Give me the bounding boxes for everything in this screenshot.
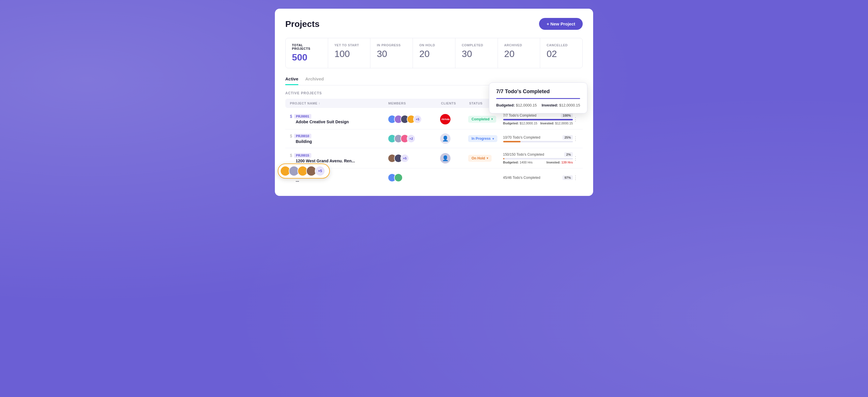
client-cell-1: AirAsia [440, 114, 468, 124]
avatar-count-1: +5 [413, 115, 422, 124]
budgeted-3: Budgeted: 1400 Hrs [503, 161, 533, 164]
project-id-row-2: $ PRJ0010 [290, 134, 388, 138]
stat-yts-label: YET TO START [335, 43, 364, 47]
progress-bar-bg-3 [503, 158, 573, 159]
tab-active[interactable]: Active [285, 77, 298, 85]
tab-archived[interactable]: Archived [305, 77, 324, 85]
th-members: MEMBERS [388, 101, 441, 105]
progress-top-1: 7/7 Todo's Completed 100% [503, 113, 573, 118]
chevron-down-icon: ▾ [491, 118, 493, 121]
progress-cell-2: 10/70 Todo's Completed 25% [503, 135, 573, 142]
avatar-count-popup: +5 [315, 166, 325, 176]
progress-cell-3: 150/150 Todo's Completed 2% Budgeted: 14… [503, 152, 573, 164]
stat-yet-to-start: YET TO START 100 [328, 38, 371, 68]
pct-badge-3: 2% [564, 152, 573, 157]
client-logo-airasia: AirAsia [440, 114, 451, 124]
project-cell-3: $ PRJ0015 1200 West Grand Avenu. Ren... [290, 153, 388, 163]
progress-bar-bg-1 [503, 119, 573, 120]
chevron-down-icon: ▾ [492, 137, 494, 140]
client-cell-3: 👤 [440, 153, 468, 163]
progress-cell-1: 7/7 Todo's Completed 100% Budgeted: $12,… [503, 113, 573, 125]
stat-ip-label: IN PROGRESS [377, 43, 406, 47]
avatar-count-2: +2 [407, 134, 415, 143]
th-project-name: PROJECT NAME ↑ [290, 101, 388, 105]
client-logo-empty: 👤 [440, 133, 451, 144]
stat-ip-value: 30 [377, 49, 406, 59]
header-row: Projects + New Project [285, 18, 583, 30]
table-row: $ PRJ0016 ... 45/46 Todo's Completed 97%… [285, 169, 583, 187]
stat-comp-label: COMPLETED [462, 43, 491, 47]
todos-text-2: 10/70 Todo's Completed [503, 135, 540, 140]
stat-yts-value: 100 [335, 49, 364, 59]
project-name-4: ... [296, 178, 388, 183]
th-clients: CLIENTS [441, 101, 469, 105]
budget-row-1: Budgeted: $12,0000.15 Invested: $12,0000… [503, 122, 573, 125]
status-cell-1: Completed ▾ [468, 116, 503, 123]
progress-top-4: 45/46 Todo's Completed 97% [503, 175, 573, 180]
project-id-badge: PRJ0015 [294, 153, 311, 158]
new-project-button[interactable]: + New Project [539, 18, 583, 30]
todos-text-1: 7/7 Todo's Completed [503, 114, 536, 118]
avatar-count-3: +5 [400, 154, 409, 163]
status-badge-completed[interactable]: Completed ▾ [468, 116, 496, 123]
tooltip-divider [496, 98, 580, 99]
stat-oh-label: ON HOLD [419, 43, 449, 47]
dollar-icon: $ [290, 134, 292, 138]
more-button-3[interactable]: ⋮ [573, 155, 578, 161]
project-id-badge: PRJ0001 [294, 114, 311, 119]
members-cell-1: +5 [388, 115, 440, 124]
stat-arch-label: ARCHIVED [504, 43, 534, 47]
members-cell-4 [388, 173, 440, 182]
more-button-1[interactable]: ⋮ [573, 116, 578, 122]
project-cell-1: $ PRJ0001 Adobe Creative Suit Design [290, 114, 388, 124]
more-button-2[interactable]: ⋮ [573, 135, 578, 142]
chevron-down-icon: ▾ [487, 157, 488, 160]
client-logo-person: 👤 [440, 153, 451, 163]
tooltip-title: 7/7 Todo's Completed [496, 89, 580, 95]
avatar-stack-2: +2 [388, 134, 415, 143]
stat-comp-value: 30 [462, 49, 491, 59]
stat-total-label: TOTAL PROJECTS [292, 43, 321, 50]
project-name-1: Adobe Creative Suit Design [296, 120, 388, 124]
project-id-row-3: $ PRJ0015 [290, 153, 388, 158]
todos-text-4: 45/46 Todo's Completed [503, 176, 540, 180]
progress-top-3: 150/150 Todo's Completed 2% [503, 152, 573, 157]
project-cell-2: $ PRJ0010 Building [290, 134, 388, 144]
tooltip-invested: Invested: $12,0000.15 [541, 103, 580, 108]
stat-in-progress: IN PROGRESS 30 [370, 38, 413, 68]
page-title: Projects [285, 19, 319, 29]
members-cell-3: +5 [388, 154, 440, 163]
stat-cancelled: CANCELLED 02 [540, 38, 582, 68]
dollar-icon: $ [290, 114, 292, 119]
stat-total: TOTAL PROJECTS 500 [286, 38, 328, 68]
project-name-2: Building [296, 139, 388, 144]
pct-badge-2: 25% [562, 135, 573, 140]
invested-3: Invested: 139 Hrs [547, 161, 573, 164]
status-badge-inprogress[interactable]: In Progress ▾ [468, 135, 497, 142]
stat-can-value: 02 [547, 49, 576, 59]
avatar-stack-3: +5 [388, 154, 409, 163]
more-button-4[interactable]: ⋮ [573, 175, 578, 181]
progress-bar-fill-1 [503, 119, 573, 120]
todos-text-3: 150/150 Todo's Completed [503, 152, 544, 157]
stat-arch-value: 20 [504, 49, 534, 59]
progress-cell-4: 45/46 Todo's Completed 97% [503, 175, 573, 180]
avatar [394, 173, 403, 182]
budget-row-3: Budgeted: 1400 Hrs Invested: 139 Hrs [503, 161, 573, 164]
project-name-3: 1200 West Grand Avenu. Ren... [296, 159, 388, 163]
tooltip-popup: 7/7 Todo's Completed Budgeted: $12,0000.… [489, 83, 587, 114]
table-row: $ PRJ0015 1200 West Grand Avenu. Ren... … [285, 148, 583, 169]
progress-bar-fill-2 [503, 141, 521, 142]
members-popup: +5 [278, 163, 330, 179]
client-cell-2: 👤 [440, 133, 468, 144]
stats-row: TOTAL PROJECTS 500 YET TO START 100 IN P… [285, 38, 583, 68]
stat-on-hold: ON HOLD 20 [413, 38, 456, 68]
status-badge-onhold[interactable]: On Hold ▾ [468, 155, 492, 162]
invested-1: Invested: $12,0000.15 [540, 122, 573, 125]
avatar-stack-4 [388, 173, 403, 182]
pct-badge-1: 100% [561, 113, 573, 118]
pct-badge-4: 97% [562, 175, 573, 180]
table-row: $ PRJ0010 Building +2 👤 In Progress ▾ 10… [285, 129, 583, 148]
progress-top-2: 10/70 Todo's Completed 25% [503, 135, 573, 140]
progress-bar-fill-3 [503, 158, 505, 159]
